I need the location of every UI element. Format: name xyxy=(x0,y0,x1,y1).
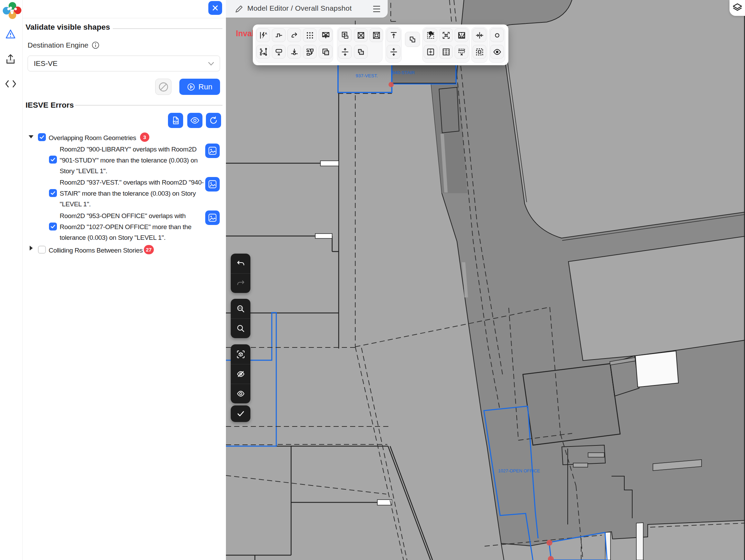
svg-text:PDF: PDF xyxy=(173,120,179,124)
svg-text:A: A xyxy=(265,32,267,35)
svg-text:1027-OPEN OFFICE: 1027-OPEN OFFICE xyxy=(498,468,540,473)
svg-text:937-VEST.: 937-VEST. xyxy=(356,73,378,78)
svg-text:940-STAIR: 940-STAIR xyxy=(392,70,415,75)
